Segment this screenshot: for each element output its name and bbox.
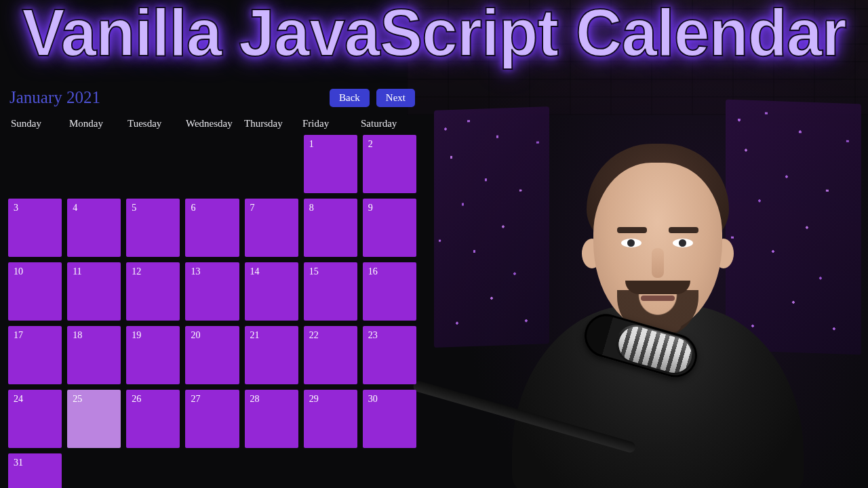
next-button[interactable]: Next (376, 89, 415, 107)
calendar-day[interactable]: 31 (8, 453, 62, 488)
calendar-day[interactable]: 2 (363, 135, 416, 193)
calendar-padding-cell (126, 135, 180, 193)
weekday-label: Tuesday (125, 118, 183, 129)
weekday-row: SundayMondayTuesdayWednesdayThursdayFrid… (5, 113, 419, 135)
calendar-padding-cell (67, 135, 121, 193)
month-display: January 2021 (9, 88, 100, 107)
calendar-day[interactable]: 18 (67, 326, 121, 384)
calendar-day[interactable]: 28 (245, 390, 298, 448)
calendar-day[interactable]: 27 (185, 390, 239, 448)
calendar-day[interactable]: 16 (363, 262, 416, 321)
calendar-day[interactable]: 13 (185, 262, 239, 321)
calendar-day[interactable]: 1 (304, 135, 357, 193)
calendar-day[interactable]: 21 (245, 326, 298, 384)
weekday-label: Wednesday (183, 118, 241, 129)
calendar-nav: Back Next (330, 89, 415, 107)
calendar-day[interactable]: 24 (8, 390, 62, 448)
calendar-day[interactable]: 26 (126, 390, 180, 448)
calendar-day[interactable]: 29 (304, 390, 357, 448)
calendar-grid: 1234567891011121314151617181920212223242… (5, 135, 419, 488)
calendar-day[interactable]: 19 (126, 326, 180, 384)
calendar-day[interactable]: 8 (304, 199, 357, 257)
calendar-day[interactable]: 12 (126, 262, 180, 321)
calendar-day[interactable]: 23 (363, 326, 416, 384)
calendar-day[interactable]: 22 (304, 326, 357, 384)
calendar-padding-cell (185, 135, 239, 193)
calendar-day[interactable]: 17 (8, 326, 62, 384)
calendar-day[interactable]: 15 (304, 262, 357, 321)
calendar-day[interactable]: 10 (8, 262, 62, 321)
calendar-widget: January 2021 Back Next SundayMondayTuesd… (5, 88, 419, 488)
calendar-day[interactable]: 30 (363, 390, 416, 448)
calendar-day-today[interactable]: 25 (67, 390, 121, 448)
video-title: Vanilla JavaScript Calendar (13, 0, 855, 71)
calendar-padding-cell (245, 135, 298, 193)
back-button[interactable]: Back (330, 89, 370, 107)
calendar-day[interactable]: 3 (8, 199, 62, 257)
calendar-day[interactable]: 4 (67, 199, 121, 257)
weekday-label: Sunday (8, 118, 66, 129)
calendar-header: January 2021 Back Next (5, 88, 419, 113)
calendar-day[interactable]: 5 (126, 199, 180, 257)
calendar-padding-cell (8, 135, 62, 193)
calendar-day[interactable]: 6 (185, 199, 239, 257)
calendar-day[interactable]: 20 (185, 326, 239, 384)
calendar-day[interactable]: 7 (245, 199, 298, 257)
weekday-label: Monday (66, 118, 125, 129)
weekday-label: Thursday (241, 118, 300, 129)
weekday-label: Friday (300, 118, 358, 129)
weekday-label: Saturday (358, 118, 416, 129)
calendar-day[interactable]: 9 (363, 199, 416, 257)
calendar-day[interactable]: 14 (245, 262, 298, 321)
calendar-day[interactable]: 11 (67, 262, 121, 321)
